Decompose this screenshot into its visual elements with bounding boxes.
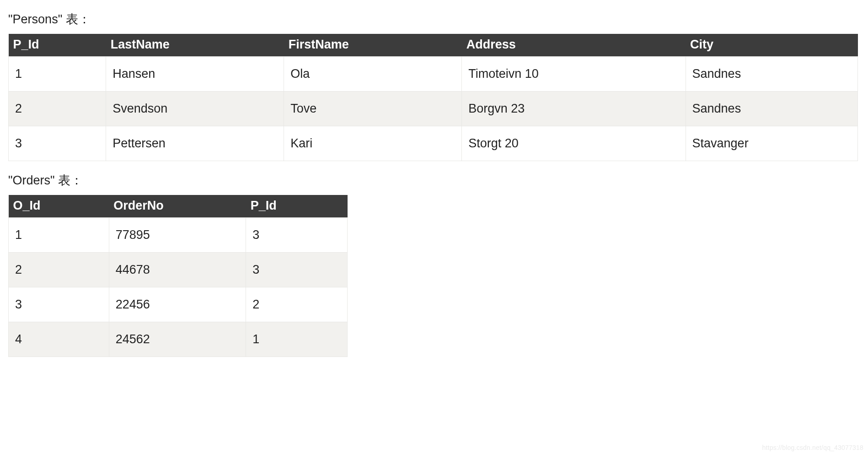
table-row: 1 Hansen Ola Timoteivn 10 Sandnes <box>9 57 858 92</box>
orders-cell: 2 <box>9 253 109 287</box>
persons-table: P_Id LastName FirstName Address City 1 H… <box>8 34 858 161</box>
persons-header-lastname: LastName <box>106 34 284 57</box>
orders-cell: 3 <box>246 253 348 287</box>
orders-cell: 44678 <box>109 253 246 287</box>
persons-cell: Hansen <box>106 57 284 92</box>
orders-table: O_Id OrderNo P_Id 1 77895 3 2 44678 3 3 … <box>8 195 348 357</box>
orders-cell: 24562 <box>109 322 246 357</box>
persons-header-address: Address <box>462 34 686 57</box>
persons-cell: 1 <box>9 57 106 92</box>
persons-cell: Timoteivn 10 <box>462 57 686 92</box>
persons-cell: Ola <box>284 57 462 92</box>
persons-cell: Borgvn 23 <box>462 92 686 126</box>
orders-header-pid: P_Id <box>246 195 348 218</box>
persons-table-caption: "Persons" 表： <box>8 11 860 27</box>
persons-cell: Stavanger <box>686 126 857 161</box>
persons-header-pid: P_Id <box>9 34 106 57</box>
persons-cell: 2 <box>9 92 106 126</box>
persons-header-row: P_Id LastName FirstName Address City <box>9 34 858 57</box>
persons-cell: Sandnes <box>686 57 857 92</box>
orders-table-caption: "Orders" 表： <box>8 172 860 189</box>
persons-header-city: City <box>686 34 857 57</box>
table-row: 2 44678 3 <box>9 253 348 287</box>
orders-cell: 1 <box>9 218 109 253</box>
persons-cell: Kari <box>284 126 462 161</box>
orders-cell: 1 <box>246 322 348 357</box>
persons-cell: Sandnes <box>686 92 857 126</box>
table-row: 3 22456 2 <box>9 287 348 322</box>
orders-header-row: O_Id OrderNo P_Id <box>9 195 348 218</box>
orders-cell: 3 <box>9 287 109 322</box>
persons-cell: Svendson <box>106 92 284 126</box>
orders-cell: 4 <box>9 322 109 357</box>
persons-header-firstname: FirstName <box>284 34 462 57</box>
orders-header-oid: O_Id <box>9 195 109 218</box>
table-row: 2 Svendson Tove Borgvn 23 Sandnes <box>9 92 858 126</box>
persons-cell: Storgt 20 <box>462 126 686 161</box>
table-row: 3 Pettersen Kari Storgt 20 Stavanger <box>9 126 858 161</box>
orders-header-orderno: OrderNo <box>109 195 246 218</box>
orders-cell: 2 <box>246 287 348 322</box>
table-row: 4 24562 1 <box>9 322 348 357</box>
persons-cell: Tove <box>284 92 462 126</box>
orders-cell: 3 <box>246 218 348 253</box>
orders-cell: 22456 <box>109 287 246 322</box>
table-row: 1 77895 3 <box>9 218 348 253</box>
orders-cell: 77895 <box>109 218 246 253</box>
persons-cell: Pettersen <box>106 126 284 161</box>
persons-cell: 3 <box>9 126 106 161</box>
